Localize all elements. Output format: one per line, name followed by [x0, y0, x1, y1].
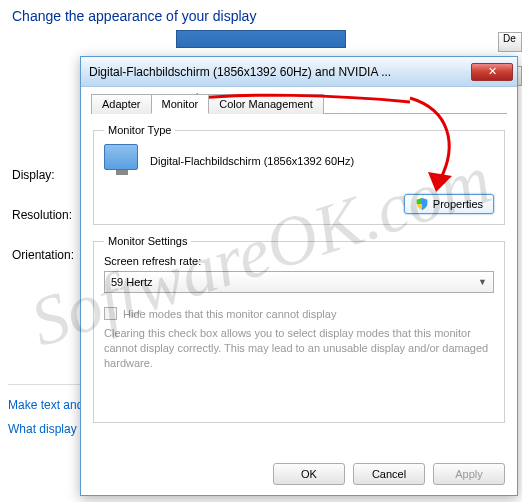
tab-adapter[interactable]: Adapter: [91, 94, 152, 114]
properties-button[interactable]: Properties: [404, 194, 494, 214]
dialog-title: Digital-Flachbildschirm (1856x1392 60Hz)…: [89, 65, 471, 79]
ok-button[interactable]: OK: [273, 463, 345, 485]
refresh-rate-value: 59 Hertz: [111, 276, 153, 288]
apply-button[interactable]: Apply: [433, 463, 505, 485]
monitor-properties-dialog: Digital-Flachbildschirm (1856x1392 60Hz)…: [80, 56, 518, 496]
monitor-name: Digital-Flachbildschirm (1856x1392 60Hz): [150, 155, 354, 167]
shield-icon: [415, 197, 429, 211]
refresh-rate-label: Screen refresh rate:: [104, 255, 494, 267]
refresh-rate-select[interactable]: 59 Hertz ▼: [104, 271, 494, 293]
detect-button[interactable]: De: [498, 32, 522, 52]
page-title: Change the appearance of your display: [12, 8, 510, 24]
hide-modes-hint: Clearing this check box allows you to se…: [104, 326, 494, 371]
monitor-settings-group: Monitor Settings Screen refresh rate: 59…: [93, 235, 505, 423]
monitor-icon: [104, 144, 140, 178]
chevron-down-icon: ▼: [478, 277, 487, 287]
tab-strip: Adapter Monitor Color Management: [91, 93, 507, 114]
close-button[interactable]: ✕: [471, 63, 513, 81]
tab-color-management[interactable]: Color Management: [208, 94, 324, 114]
hide-modes-label: Hide modes that this monitor cannot disp…: [123, 308, 336, 320]
monitor-type-group: Monitor Type Digital-Flachbildschirm (18…: [93, 124, 505, 225]
dialog-titlebar[interactable]: Digital-Flachbildschirm (1856x1392 60Hz)…: [81, 57, 517, 87]
display-preview: [176, 30, 346, 48]
cancel-button[interactable]: Cancel: [353, 463, 425, 485]
hide-modes-checkbox[interactable]: [104, 307, 117, 320]
monitor-type-legend: Monitor Type: [104, 124, 175, 136]
close-icon: ✕: [488, 65, 497, 77]
text-size-link[interactable]: Make text and: [8, 398, 86, 412]
tab-monitor[interactable]: Monitor: [151, 94, 210, 114]
monitor-settings-legend: Monitor Settings: [104, 235, 191, 247]
properties-button-label: Properties: [433, 198, 483, 210]
display-settings-link[interactable]: What display s: [8, 422, 86, 436]
